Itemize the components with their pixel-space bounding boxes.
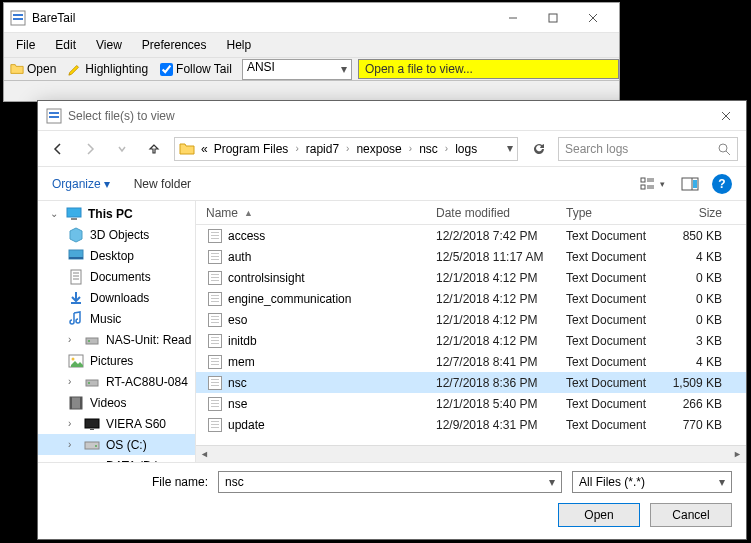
svg-rect-14 [641, 178, 645, 182]
svg-rect-41 [85, 419, 99, 428]
header-type[interactable]: Type [566, 206, 666, 220]
tree-item[interactable]: Documents [38, 266, 195, 287]
expander-icon[interactable]: › [68, 376, 78, 387]
file-date: 12/1/2018 5:40 PM [436, 397, 566, 411]
svg-point-44 [95, 445, 97, 447]
file-type: Text Document [566, 250, 666, 264]
encoding-select[interactable]: ANSI [242, 59, 352, 80]
recent-dropdown[interactable] [110, 137, 134, 161]
new-folder-button[interactable]: New folder [134, 177, 191, 191]
back-button[interactable] [46, 137, 70, 161]
breadcrumb-prefix[interactable]: « [199, 142, 210, 156]
close-button[interactable] [573, 3, 613, 33]
file-row[interactable]: engine_communication12/1/2018 4:12 PMTex… [196, 288, 746, 309]
file-type: Text Document [566, 418, 666, 432]
tree-item[interactable]: 3D Objects [38, 224, 195, 245]
file-row[interactable]: mem12/7/2018 8:41 PMText Document4 KB [196, 351, 746, 372]
file-row[interactable]: controlsinsight12/1/2018 4:12 PMText Doc… [196, 267, 746, 288]
file-type: Text Document [566, 376, 666, 390]
maximize-button[interactable] [533, 3, 573, 33]
follow-tail-toggle[interactable]: Follow Tail [154, 62, 238, 76]
menu-file[interactable]: File [8, 35, 43, 55]
file-type-filter[interactable]: All Files (*.*) [572, 471, 732, 493]
file-list: access12/2/2018 7:42 PMText Document850 … [196, 225, 746, 445]
file-name-input[interactable]: nsc [218, 471, 562, 493]
menu-preferences[interactable]: Preferences [134, 35, 215, 55]
menu-help[interactable]: Help [219, 35, 260, 55]
svg-point-12 [719, 144, 727, 152]
menu-edit[interactable]: Edit [47, 35, 84, 55]
header-size[interactable]: Size [666, 206, 746, 220]
highlighting-button[interactable]: Highlighting [62, 58, 154, 80]
tree-item[interactable]: Desktop [38, 245, 195, 266]
svg-rect-4 [549, 14, 557, 22]
svg-rect-32 [86, 338, 98, 344]
file-size: 0 KB [666, 292, 746, 306]
breadcrumb-seg[interactable]: logs [453, 142, 479, 156]
dialog-body: ⌄This PC3D ObjectsDesktopDocumentsDownlo… [38, 201, 746, 462]
navbar: « Program Files› rapid7› nexpose› nsc› l… [38, 131, 746, 167]
scroll-right-icon[interactable]: ► [729, 446, 746, 463]
text-document-icon [208, 292, 222, 306]
file-row[interactable]: nsc12/7/2018 8:36 PMText Document1,509 K… [196, 372, 746, 393]
cancel-button[interactable]: Cancel [650, 503, 732, 527]
refresh-button[interactable] [526, 137, 550, 161]
expander-icon[interactable]: › [68, 418, 78, 429]
file-size: 3 KB [666, 334, 746, 348]
dialog-close-button[interactable] [706, 101, 746, 131]
open-button-label: Open [584, 508, 613, 522]
file-size: 0 KB [666, 271, 746, 285]
file-name: controlsinsight [228, 271, 305, 285]
file-row[interactable]: auth12/5/2018 11:17 AMText Document4 KB [196, 246, 746, 267]
file-row[interactable]: access12/2/2018 7:42 PMText Document850 … [196, 225, 746, 246]
menu-view[interactable]: View [88, 35, 130, 55]
tree-item[interactable]: Videos [38, 392, 195, 413]
minimize-button[interactable] [493, 3, 533, 33]
file-date: 12/7/2018 8:41 PM [436, 355, 566, 369]
tree-item[interactable]: ⌄This PC [38, 203, 195, 224]
up-button[interactable] [142, 137, 166, 161]
chevron-right-icon: › [406, 143, 415, 154]
expander-icon[interactable]: › [68, 334, 78, 345]
monitor-icon [66, 206, 82, 222]
breadcrumb-dropdown[interactable]: ▾ [507, 141, 513, 155]
tree-item[interactable]: ›DATA (D:) [38, 455, 195, 462]
app-icon [10, 10, 26, 26]
tree-item[interactable]: Pictures [38, 350, 195, 371]
breadcrumb-seg[interactable]: rapid7 [304, 142, 341, 156]
tree-item[interactable]: Music [38, 308, 195, 329]
svg-rect-39 [70, 397, 72, 409]
help-button[interactable]: ? [712, 174, 732, 194]
open-button[interactable]: Open [4, 58, 62, 80]
preview-pane-button[interactable] [674, 173, 706, 195]
file-date: 12/5/2018 11:17 AM [436, 250, 566, 264]
file-date: 12/9/2018 4:31 PM [436, 418, 566, 432]
file-name: eso [228, 313, 247, 327]
breadcrumb-seg[interactable]: nsc [417, 142, 440, 156]
file-row[interactable]: update12/9/2018 4:31 PMText Document770 … [196, 414, 746, 435]
organize-menu[interactable]: Organize ▾ [52, 177, 110, 191]
expander-icon[interactable]: › [68, 439, 78, 450]
view-mode-button[interactable]: ▾ [636, 173, 668, 195]
header-name[interactable]: Name▲ [196, 206, 436, 220]
expander-icon[interactable]: ⌄ [50, 208, 60, 219]
breadcrumb[interactable]: « Program Files› rapid7› nexpose› nsc› l… [174, 137, 518, 161]
follow-tail-checkbox[interactable] [160, 63, 173, 76]
tree-item[interactable]: ›RT-AC88U-084 [38, 371, 195, 392]
file-row[interactable]: nse12/1/2018 5:40 PMText Document266 KB [196, 393, 746, 414]
tree-item[interactable]: ›NAS-Unit: Read [38, 329, 195, 350]
header-date[interactable]: Date modified [436, 206, 566, 220]
forward-button[interactable] [78, 137, 102, 161]
breadcrumb-seg[interactable]: nexpose [354, 142, 403, 156]
search-input[interactable]: Search logs [558, 137, 738, 161]
horizontal-scrollbar[interactable]: ◄ ► [196, 445, 746, 462]
tree-item[interactable]: ›OS (C:) [38, 434, 195, 455]
open-button[interactable]: Open [558, 503, 640, 527]
file-row[interactable]: initdb12/1/2018 4:12 PMText Document3 KB [196, 330, 746, 351]
scroll-left-icon[interactable]: ◄ [196, 446, 213, 463]
tree-item[interactable]: Downloads [38, 287, 195, 308]
breadcrumb-seg[interactable]: Program Files [212, 142, 291, 156]
tree-item[interactable]: ›VIERA S60 [38, 413, 195, 434]
svg-rect-2 [13, 18, 23, 20]
file-row[interactable]: eso12/1/2018 4:12 PMText Document0 KB [196, 309, 746, 330]
